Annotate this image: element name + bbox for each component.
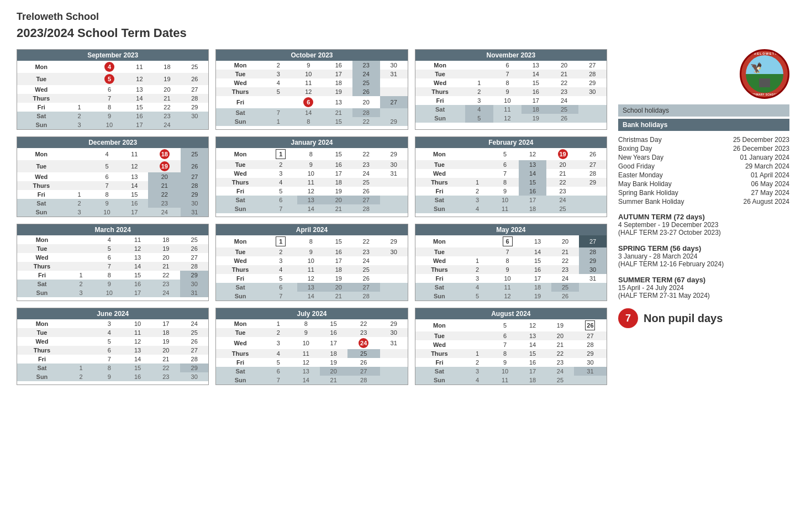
list-item: Boxing Day26 December 2023 (618, 144, 789, 153)
table-row: Tue6132027 (415, 160, 607, 169)
table-row: Mon5121926 (415, 148, 607, 160)
table-row: Tue29162330 (216, 160, 407, 169)
table-row: Thurs7142128 (17, 262, 208, 271)
calendar-month-header: April 2024 (216, 224, 407, 235)
calendar-june-2024: June 2024 Mon3101724 Tue4111825 Wed51219… (17, 308, 209, 385)
table-row: Wed6132027 (17, 172, 208, 181)
table-row: Mon18152229 (216, 235, 407, 247)
table-row: Wed3101724 (216, 256, 407, 265)
table-row: Sun4111825 (415, 204, 607, 213)
info-panel: 🦅 TRELOWETH PRIMARY SCHOOL School holida… (618, 49, 789, 385)
table-row: Fri6132027 (216, 96, 407, 108)
calendar-november-2023: November 2023 Mon6132027 Tue7142128 Wed1… (415, 49, 607, 130)
bank-holidays-legend: Bank holidays (618, 119, 789, 131)
table-row: Thurs18152229 (415, 349, 607, 358)
table-row: Sat6132027 (216, 196, 407, 204)
calendar-may-2024: May 2024 Mon6132027 Tue7142128 Wed181522… (415, 224, 607, 301)
calendar-month-header: July 2024 (216, 308, 407, 319)
calendar-month-header: December 2023 (17, 137, 208, 148)
table-row: Mon29162330 (216, 61, 407, 70)
non-pupil-label: Non pupil days (644, 312, 723, 325)
legend-box: School holidays Bank holidays (618, 104, 789, 131)
table-row: Fri7142128 (17, 355, 208, 364)
table-row: Tue310172431 (216, 70, 407, 78)
school-name: Treloweth School (17, 11, 789, 23)
table-row: Sat7142128 (216, 108, 407, 117)
list-item: Easter Monday01 April 2024 (618, 171, 789, 180)
table-row: Sat3101724 (415, 196, 607, 204)
list-item: Good Friday29 March 2024 (618, 162, 789, 171)
table-row: Sat29162330 (17, 199, 208, 208)
page-title: 2023/2024 School Term Dates (17, 26, 789, 40)
table-row: Tue5121926 (17, 160, 208, 172)
table-row: Thurs6132027 (17, 346, 208, 355)
table-row: Fri18152229 (17, 271, 208, 280)
table-row: Wed18152229 (415, 256, 607, 265)
table-row: Mon4111825 (17, 61, 208, 73)
list-item: New Years Day01 January 2024 (618, 153, 789, 162)
table-row: Tue5121926 (17, 244, 208, 253)
table-row: Sun7142128 (216, 292, 407, 301)
table-row: Mon3101724 (17, 319, 208, 328)
table-row: Sat29162330 (17, 280, 208, 288)
table-row: Tue4111825 (17, 328, 208, 337)
calendar-month-header: May 2024 (415, 224, 607, 235)
calendar-october-2023: October 2023 Mon29162330 Tue310172431 We… (215, 49, 408, 130)
table-row: Sun310172431 (17, 208, 208, 217)
calendar-month-header: October 2023 (216, 50, 407, 61)
table-row: Sun5121926 (415, 114, 607, 123)
table-row: Sun29162330 (17, 372, 208, 381)
table-row: Sat6132027 (216, 283, 407, 292)
table-row: Sat4111825 (415, 283, 607, 292)
table-row: Thurs29162330 (415, 265, 607, 274)
table-row: Tue6132027 (415, 331, 607, 340)
calendar-month-header: June 2024 (17, 308, 208, 319)
list-item: Summer Bank Holiday26 August 2024 (618, 197, 789, 206)
calendar-month-header: September 2023 (17, 50, 208, 61)
calendar-july-2024: July 2024 Mon18152229 Tue29162330 Wed310… (215, 308, 408, 385)
table-row: Fri5121926 (216, 274, 407, 283)
table-row: Sat4111825 (415, 105, 607, 114)
non-pupil-circle: 7 (618, 308, 638, 328)
table-row: Tue5121926 (17, 73, 208, 85)
table-row: Wed5121926 (17, 337, 208, 346)
table-row: Mon6132027 (415, 235, 607, 247)
table-row: Sun7142128 (216, 376, 407, 384)
table-row: Fri5121926 (216, 358, 407, 367)
term-info: AUTUMN TERM (72 days) 4 September - 19 D… (618, 213, 789, 299)
non-pupil-days-section: 7 Non pupil days (618, 308, 789, 328)
table-row: Thurs29162330 (415, 87, 607, 96)
table-row: Thurs7142128 (17, 181, 208, 190)
table-row: Fri18152229 (17, 190, 208, 199)
list-item: May Bank Holiday06 May 2024 (618, 180, 789, 188)
table-row: Sun7142128 (216, 204, 407, 213)
table-row: Tue7142128 (415, 247, 607, 256)
calendar-september-2023: September 2023 Mon4111825 Tue5121926 Wed… (17, 49, 209, 130)
calendar-month-header: January 2024 (216, 137, 407, 148)
table-row: Tue29162330 (216, 328, 407, 337)
list-item: Spring Bank Holiday27 May 2024 (618, 188, 789, 197)
school-logo: 🦅 TRELOWETH PRIMARY SCHOOL (740, 49, 789, 99)
table-row: Fri310172431 (415, 274, 607, 283)
table-row: Sat310172431 (415, 367, 607, 376)
table-row: Fri29162330 (415, 358, 607, 367)
table-row: Thurs4111825 (216, 265, 407, 274)
bank-holidays-list: Christmas Day25 December 2023 Boxing Day… (618, 135, 789, 206)
list-item: Christmas Day25 December 2023 (618, 135, 789, 144)
calendar-month-header: August 2024 (415, 308, 607, 319)
table-row: Mon4111825 (17, 235, 208, 244)
table-row: Tue29162330 (216, 247, 407, 256)
table-row: Wed6132027 (17, 85, 208, 94)
table-row: Wed18152229 (415, 78, 607, 87)
table-row: Sun310172431 (17, 288, 208, 297)
table-row: Thurs4111825 (216, 349, 407, 358)
table-row: Thurs5121926 (216, 87, 407, 96)
table-row: Fri3101724 (415, 96, 607, 105)
autumn-term-block: AUTUMN TERM (72 days) 4 September - 19 D… (618, 213, 789, 236)
table-row: Sat6132027 (216, 367, 407, 376)
table-row: Thurs18152229 (415, 178, 607, 187)
calendar-month-header: February 2024 (415, 137, 607, 148)
calendar-august-2024: August 2024 Mon5121926 Tue6132027 Wed714… (415, 308, 607, 385)
table-row: Mon5121926 (415, 319, 607, 331)
calendar-december-2023: December 2023 Mon4111825 Tue5121926 Wed6… (17, 136, 209, 217)
